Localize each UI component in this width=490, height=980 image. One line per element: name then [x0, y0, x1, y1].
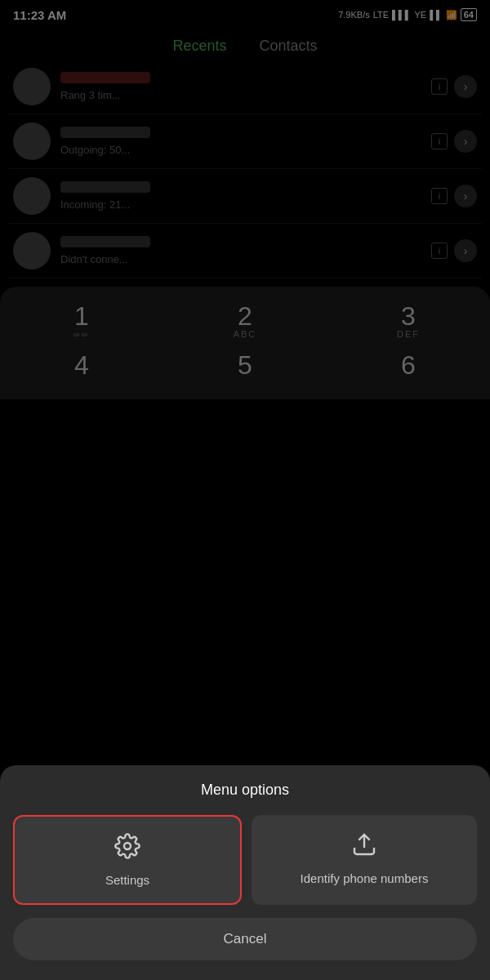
settings-label: Settings: [105, 873, 149, 887]
gear-icon: [114, 833, 140, 865]
sheet-option-settings[interactable]: Settings: [13, 815, 242, 905]
identify-label: Identify phone numbers: [301, 871, 429, 885]
upload-icon: [351, 831, 377, 863]
cancel-button[interactable]: Cancel: [13, 918, 477, 960]
sheet-options: Settings Identify phone numbers: [13, 815, 477, 905]
svg-point-0: [124, 843, 131, 849]
bottom-sheet: Menu options Settings Identify phone nu: [0, 765, 490, 980]
sheet-option-identify[interactable]: Identify phone numbers: [252, 815, 477, 905]
sheet-title: Menu options: [13, 782, 477, 799]
